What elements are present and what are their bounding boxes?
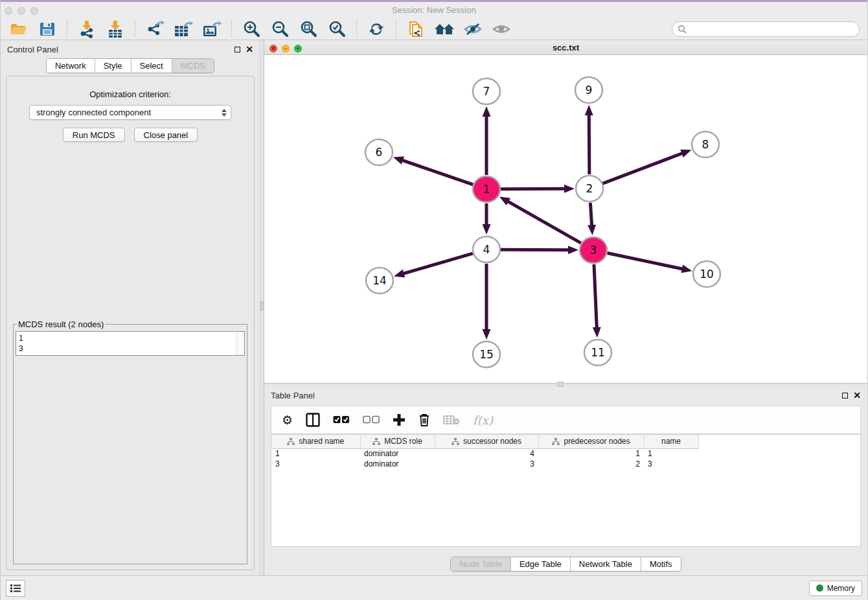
result-scrollbar[interactable] (236, 332, 244, 355)
zoom-in-icon[interactable] (238, 19, 264, 39)
tab-network-table[interactable]: Network Table (571, 557, 641, 571)
tab-mcds[interactable]: MCDS (172, 59, 214, 73)
graph-node-label: 8 (702, 138, 709, 151)
tab-node-table[interactable]: Node Table (451, 557, 511, 571)
tab-select[interactable]: Select (131, 59, 172, 73)
minimize-window-button[interactable] (17, 7, 25, 15)
graph-node-label: 1 (483, 183, 490, 196)
column-pane-icon[interactable] (306, 413, 320, 427)
tab-network[interactable]: Network (47, 59, 95, 73)
import-network-icon[interactable] (74, 19, 100, 39)
list-icon (10, 584, 21, 593)
edge-3-11[interactable] (594, 264, 597, 329)
graph-node-label: 15 (479, 348, 494, 361)
table-tabs: Node TableEdge TableNetwork TableMotifs (450, 557, 681, 571)
column-header-MCDS-role[interactable]: MCDS role (360, 435, 435, 448)
shared-column-icon (287, 438, 295, 445)
table-row[interactable]: 1dominator411 (271, 448, 698, 459)
network-close-button[interactable]: ✕ (269, 45, 277, 52)
export-network-icon[interactable] (142, 19, 168, 39)
edge-4-14[interactable] (402, 253, 473, 274)
edge-arrowhead (483, 329, 491, 340)
export-table-icon[interactable] (170, 19, 196, 39)
network-canvas[interactable]: 7968124314101511 (264, 55, 867, 383)
zoom-window-button[interactable] (30, 7, 38, 15)
clear-checks-icon[interactable] (363, 415, 380, 424)
close-table-panel-icon[interactable]: ✕ (853, 393, 861, 398)
vertical-splitter[interactable] (260, 40, 264, 575)
graph-node-label: 14 (372, 274, 387, 287)
edge-2-8[interactable] (603, 153, 684, 183)
tab-motifs[interactable]: Motifs (641, 557, 681, 571)
toolbar-separator (396, 20, 396, 38)
export-image-icon[interactable] (199, 19, 225, 39)
edge-arrowhead (585, 105, 593, 115)
close-panel-icon[interactable]: ✕ (246, 47, 253, 52)
edge-3-10[interactable] (608, 253, 684, 270)
edge-1-2[interactable] (501, 189, 566, 189)
edge-arrowhead (483, 106, 491, 117)
save-session-icon[interactable] (34, 19, 60, 39)
close-panel-button[interactable]: Close panel (134, 128, 198, 142)
toolbar-separator (231, 20, 232, 38)
select-all-checks-icon[interactable] (333, 415, 350, 424)
show-icon[interactable] (488, 19, 514, 39)
task-history-button[interactable] (6, 580, 25, 597)
edge-2-3[interactable] (590, 203, 591, 227)
tab-style[interactable]: Style (95, 59, 131, 73)
import-table-icon[interactable] (102, 19, 128, 39)
tab-edge-table[interactable]: Edge Table (511, 557, 571, 571)
run-mcds-button[interactable]: Run MCDS (63, 128, 125, 142)
edge-1-6[interactable] (401, 160, 473, 185)
column-header-successor-nodes[interactable]: successor nodes (435, 435, 538, 448)
graph-node-label: 6 (376, 146, 383, 159)
column-header-name[interactable]: name (644, 435, 698, 448)
delete-icon[interactable] (418, 413, 430, 427)
table-row[interactable]: 3dominator323 (271, 459, 698, 469)
main-toolbar (1, 18, 867, 40)
function-builder-icon[interactable]: f(x) (473, 413, 493, 427)
float-panel-icon[interactable] (234, 47, 240, 52)
node-table: shared nameMCDS rolesuccessor nodesprede… (271, 434, 861, 547)
float-table-panel-icon[interactable] (842, 393, 848, 398)
edge-2-9[interactable] (589, 113, 589, 174)
shared-column-icon (451, 438, 459, 445)
add-icon[interactable] (393, 413, 405, 426)
zoom-out-icon[interactable] (267, 19, 293, 39)
zoom-selected-icon[interactable] (324, 19, 350, 39)
window-controls (5, 7, 38, 15)
column-header-shared-name[interactable]: shared name (271, 435, 360, 448)
network-zoom-button[interactable]: + (294, 45, 302, 52)
table-panel-title: Table Panel (271, 391, 315, 400)
close-window-button[interactable] (5, 7, 12, 15)
network-minimize-button[interactable]: − (282, 45, 290, 52)
network-window: ✕ − + scc.txt 7968124314101511 (264, 40, 867, 384)
graph-node-label: 2 (586, 182, 593, 195)
gear-icon[interactable]: ⚙ (282, 413, 293, 428)
mcds-result-text[interactable]: 1 3 (16, 332, 236, 355)
search-box[interactable] (672, 21, 860, 37)
column-header-predecessor-nodes[interactable]: predecessor nodes (538, 435, 644, 448)
search-icon (678, 25, 687, 34)
memory-button[interactable]: Memory (809, 581, 862, 596)
graph-node-label: 9 (586, 84, 593, 97)
app-window: Session: New Session (0, 0, 868, 600)
zoom-fit-icon[interactable] (295, 19, 321, 39)
shared-column-icon (552, 438, 560, 445)
hide-icon[interactable] (460, 19, 486, 39)
home-icon[interactable] (431, 19, 457, 39)
duplicate-network-icon[interactable] (403, 19, 429, 39)
edge-4-3[interactable] (501, 249, 570, 250)
delete-table-icon[interactable] (443, 415, 460, 425)
refresh-icon[interactable] (363, 19, 389, 39)
criterion-select[interactable]: strongly connected component (29, 105, 231, 120)
edge-3-1[interactable] (507, 201, 581, 243)
horizontal-splitter[interactable] (264, 384, 867, 386)
toolbar-separator (135, 20, 135, 38)
search-input[interactable] (689, 25, 854, 34)
memory-status-icon (816, 584, 823, 592)
mcds-panel: Optimization criterion: strongly connect… (6, 76, 255, 570)
edge-arrowhead (588, 225, 596, 235)
edge-arrowhead (680, 150, 691, 157)
open-session-icon[interactable] (6, 19, 32, 39)
